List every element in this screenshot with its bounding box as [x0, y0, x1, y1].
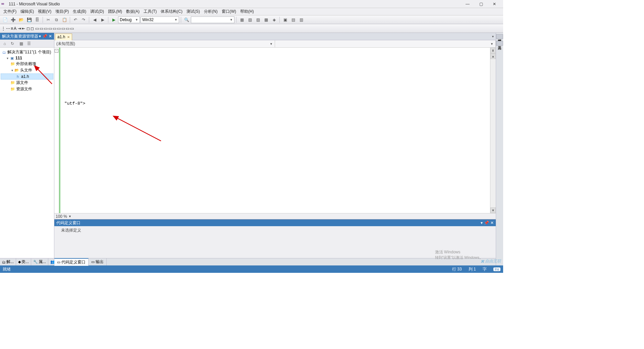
outline-margin[interactable]: -: [54, 48, 59, 213]
menu-help[interactable]: 帮助(H): [238, 8, 256, 15]
tb2-icon-7[interactable]: ▭: [53, 26, 56, 31]
start-debug-button[interactable]: ▶: [110, 16, 117, 23]
menu-arch[interactable]: 体系结构(C): [159, 8, 184, 15]
se-properties-button[interactable]: ☰: [25, 41, 32, 47]
tb-icon-5[interactable]: ◈: [270, 16, 278, 23]
scroll-down-button[interactable]: ▼: [490, 207, 496, 213]
new-project-button[interactable]: 📄: [1, 16, 9, 23]
se-tab-class[interactable]: ◆类...: [16, 258, 31, 265]
close-button[interactable]: ✕: [490, 2, 499, 6]
config-combo[interactable]: Debug▼: [118, 16, 140, 23]
add-item-button[interactable]: ➕: [9, 16, 17, 23]
tree-sources-folder[interactable]: 📁 源文件: [1, 80, 53, 86]
tree-headers-folder[interactable]: ▾ 📂 头文件: [1, 67, 53, 73]
undo-button[interactable]: ↶: [72, 16, 79, 23]
tb-icon-7[interactable]: ▤: [289, 16, 297, 23]
outdent-button[interactable]: ⇤: [22, 26, 25, 31]
se-showall-button[interactable]: ▦: [18, 41, 24, 47]
vertical-scrollbar[interactable]: ⬍ ▲ ▼: [490, 48, 496, 213]
menu-team[interactable]: 团队(M): [106, 8, 124, 15]
panel-dropdown-icon[interactable]: ▾: [39, 34, 41, 39]
tb2-icon-3[interactable]: ▭: [35, 26, 39, 31]
se-tab-solution[interactable]: 🗂解...: [0, 258, 16, 265]
tb2-icon-9[interactable]: ▭: [61, 26, 65, 31]
member-combo[interactable]: ▼: [275, 40, 496, 47]
tree-solution[interactable]: 🗂 解决方案"111"(1 个项目): [1, 49, 53, 55]
open-button[interactable]: 📂: [17, 16, 25, 23]
scroll-up-button[interactable]: ▲: [490, 53, 496, 59]
collapse-icon[interactable]: ▾: [10, 68, 14, 72]
menu-analyze[interactable]: 分析(N): [202, 8, 220, 15]
tb2-icon-11[interactable]: ▭: [70, 26, 74, 31]
tab-close-icon[interactable]: ✕: [67, 35, 70, 39]
se-refresh-button[interactable]: ↻: [9, 41, 16, 47]
format-button[interactable]: A: [14, 26, 16, 31]
menu-project[interactable]: 项目(P): [53, 8, 71, 15]
tb-icon-4[interactable]: ▩: [262, 16, 270, 23]
nav-fwd-button[interactable]: ▶: [99, 16, 106, 23]
tb2-icon-4[interactable]: ▭: [40, 26, 43, 31]
save-all-button[interactable]: 🗄: [34, 16, 41, 23]
cut-button[interactable]: ✂: [45, 16, 52, 23]
tb2-icon-6[interactable]: ▭: [48, 26, 52, 31]
tab-output[interactable]: ▭输出: [89, 258, 107, 265]
paste-button[interactable]: 📋: [61, 16, 68, 23]
panel-close-icon[interactable]: ✕: [490, 220, 494, 225]
tb-icon-3[interactable]: ▨: [254, 16, 262, 23]
code-text[interactable]: "utf-8"> mini计算器 "text/css"</span>> body…: [60, 48, 490, 213]
panel-pin-icon[interactable]: 📌: [42, 34, 47, 39]
tb2-icon-8[interactable]: ▭: [57, 26, 61, 31]
uncomment-button[interactable]: ⋯: [6, 26, 10, 31]
tb-icon-8[interactable]: ▥: [298, 16, 305, 23]
tree-file-a1h[interactable]: h a1.h: [1, 73, 53, 80]
tb2-icon-1[interactable]: ◻: [26, 26, 30, 31]
tb2-icon-10[interactable]: ▭: [66, 26, 69, 31]
zoom-level[interactable]: 100 %: [56, 214, 67, 219]
save-button[interactable]: 💾: [25, 16, 33, 23]
panel-close-icon[interactable]: ✕: [49, 34, 52, 39]
panel-pin-icon[interactable]: 📌: [484, 220, 489, 225]
tree-external-deps[interactable]: 📁 外部依赖项: [1, 61, 53, 67]
menu-data[interactable]: 数据(A): [124, 8, 142, 15]
se-home-button[interactable]: ⌂: [1, 41, 8, 47]
tabs-dropdown-icon[interactable]: ▾: [490, 35, 496, 38]
collapse-icon[interactable]: ▾: [5, 56, 9, 60]
tab-a1h[interactable]: a1.h ✕: [55, 34, 72, 40]
tb2-icon-2[interactable]: ◻: [31, 26, 34, 31]
minimize-button[interactable]: —: [463, 2, 472, 6]
copy-button[interactable]: ⧉: [53, 16, 60, 23]
collapse-region-icon[interactable]: -: [55, 49, 58, 53]
tree-project[interactable]: ▾ ▣ 111: [1, 55, 53, 61]
nav-back-button[interactable]: ◀: [91, 16, 98, 23]
redo-button[interactable]: ↷: [80, 16, 87, 23]
menu-test[interactable]: 测试(S): [184, 8, 202, 15]
split-button[interactable]: ⬍: [490, 48, 496, 53]
panel-dropdown-icon[interactable]: ▾: [481, 220, 483, 225]
bookmark-button[interactable]: ≡: [11, 26, 13, 31]
solution-explorer-header[interactable]: 解决方案资源管理器 ▾ 📌 ✕: [0, 33, 54, 40]
codedef-header[interactable]: 代码定义窗口 ▾ 📌 ✕: [54, 219, 496, 226]
indent-button[interactable]: ⇥: [18, 26, 21, 31]
find-button[interactable]: 🔍: [183, 16, 190, 23]
menu-window[interactable]: 窗口(W): [220, 8, 238, 15]
tree-resources-folder[interactable]: 📁 资源文件: [1, 86, 53, 92]
se-tab-properties[interactable]: 🔧属...: [31, 258, 48, 265]
comment-button[interactable]: ⋮: [1, 26, 5, 31]
menu-file[interactable]: 文件(F): [1, 8, 18, 15]
tb-icon-1[interactable]: ▦: [238, 16, 246, 23]
tb-icon-6[interactable]: ▣: [281, 16, 289, 23]
menu-debug[interactable]: 调试(D): [88, 8, 106, 15]
menu-edit[interactable]: 编辑(E): [18, 8, 36, 15]
scope-combo[interactable]: (未知范围) ▼: [54, 40, 275, 47]
tab-codedef[interactable]: ▭代码定义窗口: [54, 258, 89, 266]
tb-icon-2[interactable]: ▧: [246, 16, 254, 23]
toolbox-tab[interactable]: 工具箱: [496, 41, 503, 46]
server-explorer-tab[interactable]: 服务器资源管理器: [496, 34, 503, 39]
menu-build[interactable]: 生成(B): [71, 8, 88, 15]
find-combo[interactable]: ▼: [191, 16, 234, 23]
maximize-button[interactable]: ▢: [476, 2, 486, 6]
solution-tree[interactable]: 🗂 解决方案"111"(1 个项目) ▾ ▣ 111 📁 外部依赖项 ▾ 📂 头…: [0, 48, 54, 258]
tb2-icon-5[interactable]: ▭: [44, 26, 48, 31]
menu-tools[interactable]: 工具(T): [142, 8, 159, 15]
platform-combo[interactable]: Win32▼: [141, 16, 179, 23]
